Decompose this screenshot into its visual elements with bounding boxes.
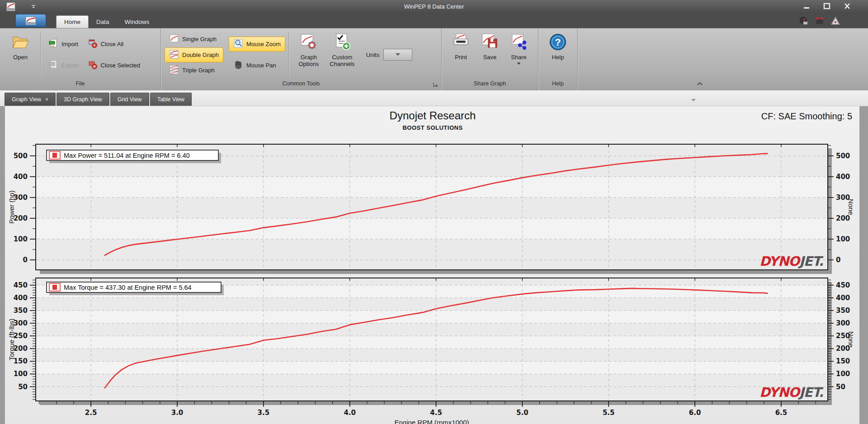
magnifier-icon xyxy=(233,38,243,50)
svg-text:0: 0 xyxy=(836,256,840,264)
gauge-icon[interactable] xyxy=(799,16,808,27)
triple-graph-button[interactable]: Triple Graph xyxy=(165,63,223,78)
svg-text:2.5: 2.5 xyxy=(85,409,97,417)
y-axis-title-right: None xyxy=(847,199,855,215)
hand-icon xyxy=(233,60,243,71)
torque-chart[interactable]: 5050100100150150200200250250300300350350… xyxy=(5,274,860,424)
svg-text:3.0: 3.0 xyxy=(171,409,184,417)
file-group-label: File xyxy=(0,79,160,90)
svg-text:400: 400 xyxy=(14,173,28,181)
svg-text:5.0: 5.0 xyxy=(516,409,528,417)
window-title: WinPEP 8 Data Center xyxy=(0,0,868,14)
share-button[interactable]: Share xyxy=(505,31,533,79)
tab-list-dropdown-icon[interactable] xyxy=(691,96,696,104)
svg-text:50: 50 xyxy=(18,383,28,391)
svg-text:6.0: 6.0 xyxy=(689,409,701,417)
ribbon-tab-windows[interactable]: Windows xyxy=(117,16,157,28)
x-axis-title: Engine RPM (rpmx1000) xyxy=(394,419,469,424)
document-tab-row: Graph View × 3D Graph View Grid View Tab… xyxy=(0,90,868,106)
svg-text:5.5: 5.5 xyxy=(603,409,615,417)
close-all-icon xyxy=(88,38,98,50)
export-button[interactable]: Export xyxy=(44,58,83,73)
y-axis-title: Torque (ft-lbs) xyxy=(8,319,15,361)
help-button[interactable]: ? Help xyxy=(544,31,571,79)
svg-text:50: 50 xyxy=(836,383,845,391)
svg-text:100: 100 xyxy=(14,370,28,378)
svg-text:350: 350 xyxy=(14,306,28,315)
help-group-label: Help xyxy=(538,79,577,90)
graph-subtitle: BOOST SOLUTIONS xyxy=(5,124,860,131)
double-graph-icon xyxy=(169,49,179,61)
import-button[interactable]: Import xyxy=(44,37,83,52)
dynojet-watermark: DYNOJET. xyxy=(760,385,823,400)
open-button[interactable]: Open xyxy=(4,31,37,79)
close-selected-icon xyxy=(88,60,98,71)
open-folder-icon xyxy=(11,33,30,53)
svg-text:500: 500 xyxy=(14,152,28,160)
custom-channels-button[interactable]: Custom Channels xyxy=(326,31,359,79)
divider xyxy=(288,32,289,77)
chevron-down-icon xyxy=(395,53,401,57)
warning-icon[interactable] xyxy=(831,16,840,27)
power-legend: Max Power = 511.04 at Engine RPM = 6.40 xyxy=(47,150,221,163)
print-button[interactable]: Print xyxy=(447,31,475,79)
svg-text:200: 200 xyxy=(14,214,28,222)
custom-channels-icon xyxy=(333,33,352,53)
save-icon xyxy=(481,33,500,53)
close-all-button[interactable]: Close All xyxy=(83,37,145,52)
tab-grid-view[interactable]: Grid View xyxy=(110,93,149,106)
close-button[interactable] xyxy=(842,2,853,11)
svg-text:3.5: 3.5 xyxy=(258,409,270,417)
close-selected-button[interactable]: Close Selected xyxy=(83,58,145,73)
collapse-ribbon-icon[interactable] xyxy=(696,80,703,88)
svg-text:4.0: 4.0 xyxy=(344,409,356,417)
single-graph-button[interactable]: Single Graph xyxy=(165,32,223,47)
graph-view-panel: Dynojet Research BOOST SOLUTIONS CF: SAE… xyxy=(5,106,860,424)
ribbon: Open Import xyxy=(0,28,868,90)
export-csv-icon xyxy=(48,60,58,71)
graph-options-icon xyxy=(299,33,318,53)
divider xyxy=(40,32,41,77)
maximize-button[interactable] xyxy=(821,2,832,11)
svg-text:150: 150 xyxy=(836,357,850,365)
double-graph-button[interactable]: Double Graph xyxy=(165,47,223,62)
svg-text:350: 350 xyxy=(836,306,850,315)
graph-title: Dynojet Research xyxy=(5,109,860,122)
single-graph-icon xyxy=(169,33,179,45)
graph-options-button[interactable]: Graph Options xyxy=(292,31,326,79)
import-csv-icon xyxy=(48,38,58,50)
tab-graph-view[interactable]: Graph View × xyxy=(5,93,56,106)
ribbon-tab-row: Home Data Windows xyxy=(0,14,868,28)
svg-text:400: 400 xyxy=(836,173,850,181)
minimize-button[interactable] xyxy=(801,2,812,11)
theme-icon[interactable] xyxy=(815,16,824,27)
svg-text:450: 450 xyxy=(836,281,850,289)
chevron-down-icon xyxy=(517,62,521,65)
y-axis-title: Power (hp) xyxy=(8,190,15,223)
dynojet-watermark: DYNOJET. xyxy=(760,254,823,269)
svg-text:6.5: 6.5 xyxy=(775,409,788,417)
ribbon-group-help: ? Help Help xyxy=(538,28,578,90)
mouse-zoom-button[interactable]: Mouse Zoom xyxy=(229,37,285,52)
y-axis-title-right: None xyxy=(847,331,855,348)
common-tools-group-label: Common Tools xyxy=(161,79,441,90)
close-tab-icon[interactable]: × xyxy=(45,96,48,103)
svg-text:450: 450 xyxy=(14,281,28,289)
save-button[interactable]: Save xyxy=(476,31,504,79)
svg-text:300: 300 xyxy=(836,319,850,327)
svg-text:Max Torque = 437.30 at Engine: Max Torque = 437.30 at Engine RPM = 5.64 xyxy=(64,284,192,291)
power-chart[interactable]: 00100100200200300300400400500500Power (h… xyxy=(5,133,860,274)
app-menu-button[interactable] xyxy=(15,14,46,27)
ribbon-group-file: Open Import xyxy=(0,28,161,90)
svg-text:100: 100 xyxy=(836,235,850,243)
common-tools-dialog-launcher-icon[interactable] xyxy=(433,81,439,91)
mouse-pan-button[interactable]: Mouse Pan xyxy=(229,58,285,73)
tab-3d-graph-view[interactable]: 3D Graph View xyxy=(57,93,109,106)
tab-table-view[interactable]: Table View xyxy=(150,93,192,106)
units-dropdown[interactable] xyxy=(383,49,412,61)
ribbon-tab-home[interactable]: Home xyxy=(56,15,89,28)
units-label: Units xyxy=(366,52,380,58)
help-icon: ? xyxy=(549,33,567,53)
svg-text:Max Power = 511.04 at Engine R: Max Power = 511.04 at Engine RPM = 6.40 xyxy=(64,152,190,159)
ribbon-tab-data[interactable]: Data xyxy=(89,16,117,28)
